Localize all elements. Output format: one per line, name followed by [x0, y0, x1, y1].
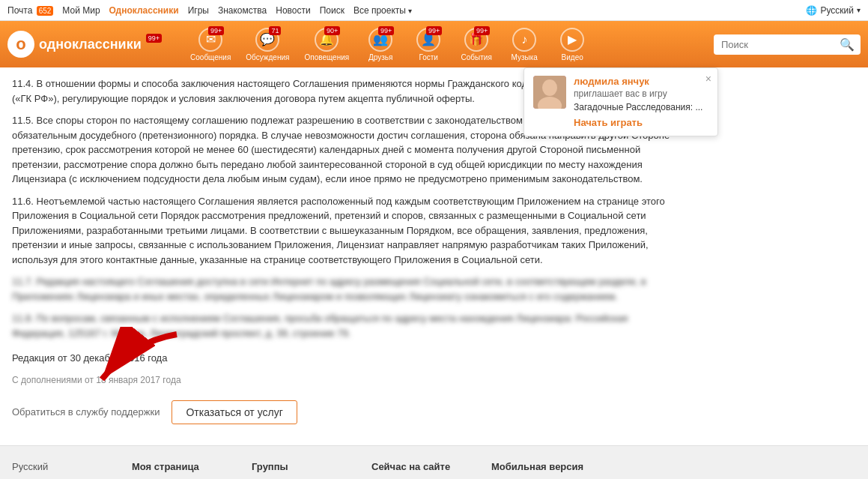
music-icon: ♪ [512, 28, 536, 52]
music-label: Музыка [511, 53, 537, 61]
footer-mypage: Моя страница Фотографии Заметки Праздник… [132, 461, 222, 480]
projects-link[interactable]: Все проекты ▾ [353, 5, 412, 16]
svg-point-1 [542, 79, 557, 96]
footer-lang-russian[interactable]: Русский [12, 461, 102, 472]
messages-badge: 99+ [208, 26, 224, 35]
header-search-wrap: 🔍 [714, 34, 861, 55]
paragraph-118: 11.8. По вопросам, связанным с исполнени… [12, 311, 677, 340]
guests-label: Гости [419, 53, 437, 61]
ok-link[interactable]: Одноклассники [109, 5, 179, 16]
footer-groups-title: Группы [252, 461, 342, 472]
mail-link[interactable]: Почта 652 [7, 5, 53, 16]
guests-icon: 👤 99+ [416, 28, 440, 52]
notifications-label: Оповещения [304, 53, 349, 61]
notif-user-name: людмила янчук [574, 76, 708, 87]
guests-badge: 99+ [426, 26, 442, 35]
logo-badge: 99+ [146, 34, 162, 43]
header-search-button[interactable]: 🔍 [837, 34, 858, 55]
lang-dropdown-arrow: ▾ [857, 6, 861, 14]
footer-now-title: Сейчас на сайте [371, 461, 461, 472]
mail-label: Почта [7, 5, 32, 16]
dating-link[interactable]: Знакомства [218, 5, 267, 16]
mymyr-link[interactable]: Мой Мир [62, 5, 100, 16]
notif-action-text: приглашает вас в игру [574, 88, 708, 99]
discussions-icon: 💬 71 [255, 28, 279, 52]
notif-close-button[interactable]: × [705, 73, 711, 85]
notif-play-button[interactable]: Начать играть [574, 117, 643, 128]
friends-badge: 99+ [378, 26, 394, 35]
music-icon-item[interactable]: ♪ Музыка [502, 25, 547, 64]
guests-icon-item[interactable]: 👤 99+ Гости [406, 25, 451, 64]
footer-languages: Русский English Українська Қазақ тілі Հա… [12, 461, 102, 480]
cancel-services-button[interactable]: Отказаться от услуг [172, 400, 297, 424]
notifications-icon-item[interactable]: 🔔 90+ Оповещения [298, 25, 355, 64]
bottom-actions: Обратиться в службу поддержки Отказаться… [12, 394, 677, 436]
video-label: Видео [562, 53, 583, 61]
paragraph-117: 11.7. Редакция настоящего Соглашения дос… [12, 274, 677, 304]
footer-lang-english[interactable]: English [12, 477, 102, 480]
video-icon-item[interactable]: ▶ Видео [550, 25, 595, 64]
events-badge: 99+ [474, 26, 490, 35]
logo[interactable]: о одноклассники 99+ [7, 31, 162, 58]
events-label: События [461, 53, 492, 61]
discussions-icon-item[interactable]: 💬 71 Обсуждения [240, 25, 295, 64]
discussions-label: Обсуждения [246, 53, 289, 61]
events-icon-item[interactable]: 🎁 99+ События [454, 25, 499, 64]
friends-label: Друзья [368, 53, 392, 61]
notif-game-title: Загадочные Расследования: ... [574, 102, 708, 112]
discussions-badge: 71 [269, 26, 281, 35]
friends-icon: 👥 99+ [368, 28, 392, 52]
notification-popup: людмила янчук приглашает вас в игру Зага… [523, 67, 718, 136]
messages-icon: ✉ 99+ [198, 28, 222, 52]
projects-dropdown-arrow: ▾ [408, 7, 412, 15]
footer-mobile-title: Мобильная версия [491, 461, 583, 472]
globe-icon: 🌐 [806, 5, 817, 16]
video-icon: ▶ [560, 28, 584, 52]
site-header: о одноклассники 99+ ✉ 99+ Сообщения 💬 71… [0, 21, 868, 67]
header-search-input[interactable] [717, 34, 837, 55]
notif-avatar [533, 76, 566, 109]
footer-now: Сейчас на сайте Сообщения Обсуждения Опо… [371, 461, 461, 480]
messages-label: Сообщения [190, 53, 231, 61]
paragraph-116: 11.6. Неотъемлемой частью настоящего Сог… [12, 194, 677, 268]
logo-icon: о [7, 31, 34, 58]
notifications-icon: 🔔 90+ [315, 28, 339, 52]
logo-text: одноклассники [39, 37, 142, 52]
footer: Русский English Українська Қазақ тілі Հա… [0, 446, 868, 480]
header-icon-bar: ✉ 99+ Сообщения 💬 71 Обсуждения 🔔 90+ Оп… [184, 25, 861, 64]
messages-icon-item[interactable]: ✉ 99+ Сообщения [184, 25, 237, 64]
edit-date: Редакция от 30 декабря 2016 года [12, 351, 677, 366]
games-link[interactable]: Игры [188, 5, 209, 16]
search-link[interactable]: Поиск [320, 5, 345, 16]
footer-mypage-title: Моя страница [132, 461, 222, 472]
footer-groups: Группы Работа и учёба Мои игры Развлечен… [252, 461, 342, 480]
events-icon: 🎁 99+ [464, 28, 488, 52]
language-selector[interactable]: 🌐 Русский ▾ [806, 5, 861, 16]
notif-content: людмила янчук приглашает вас в игру Зага… [574, 76, 708, 128]
main-content-wrapper: людмила янчук приглашает вас в игру Зага… [0, 67, 868, 445]
footer-mobile: Мобильная версия Реклама Разработчикам Р… [491, 461, 583, 480]
support-link[interactable]: Обратиться в службу поддержки [12, 405, 160, 420]
edit-date-secondary: С дополнениями от 18 января 2017 года [12, 373, 677, 387]
notifications-badge: 90+ [324, 26, 340, 35]
language-label: Русский [820, 5, 854, 16]
news-link[interactable]: Новости [276, 5, 310, 16]
top-navigation: Почта 652 Мой Мир Одноклассники Игры Зна… [0, 0, 868, 21]
friends-icon-item[interactable]: 👥 99+ Друзья [358, 25, 403, 64]
mail-badge: 652 [37, 6, 54, 16]
